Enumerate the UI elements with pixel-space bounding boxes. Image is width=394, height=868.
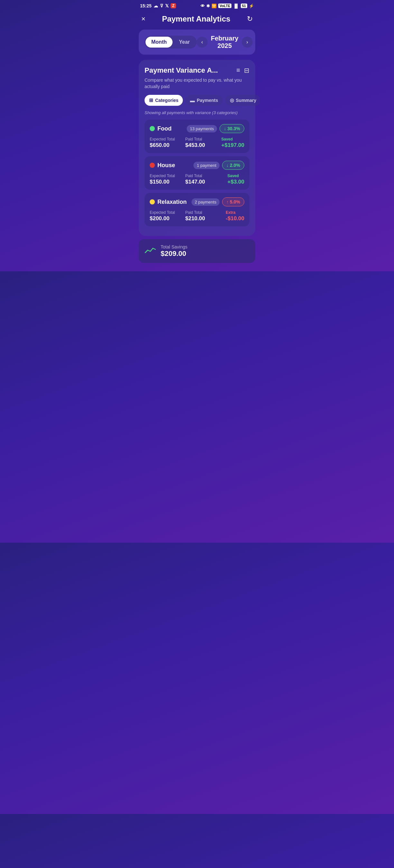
house-paid-label: Paid Total (186, 174, 205, 178)
period-toggle: Month Year (144, 36, 197, 49)
relaxation-amounts: Expected Total $200.00 Paid Total $210.0… (150, 210, 244, 222)
tab-payments[interactable]: ▬ Payments (186, 95, 222, 106)
period-selector-card: Month Year ‹ February2025 › (139, 30, 255, 55)
food-payments-badge: 13 payments (187, 125, 217, 132)
summary-icon: ◎ (230, 97, 234, 103)
food-saved-col: Saved +$197.00 (222, 137, 244, 149)
card-title: Payment Variance A... (144, 66, 218, 74)
period-navigation: ‹ February2025 › (197, 35, 253, 50)
next-period-button[interactable]: › (242, 37, 253, 48)
volte-badge: VoLTE (218, 3, 231, 8)
battery-level: 51 (241, 3, 247, 8)
main-analytics-card: Payment Variance A... ≡ ⊟ Compare what y… (139, 60, 255, 236)
charging-icon: ⚡ (249, 3, 254, 8)
prev-period-button[interactable]: ‹ (197, 37, 207, 48)
month-tab[interactable]: Month (145, 37, 172, 48)
savings-trend-icon (144, 246, 156, 256)
signal-icon: ▐▌ (233, 3, 239, 8)
year-tab[interactable]: Year (173, 37, 196, 48)
house-paid-value: $147.00 (186, 179, 205, 185)
relaxation-name: Relaxation (158, 199, 189, 206)
current-period: February2025 (210, 35, 239, 50)
tab-summary[interactable]: ◎ Summary (225, 95, 260, 106)
eye-icon: 👁 (200, 3, 205, 8)
relaxation-expected-label: Expected Total (150, 210, 175, 215)
food-expected-value: $650.00 (150, 142, 175, 149)
z-app-badge: Z (171, 3, 176, 8)
house-saved-value: +$3.00 (228, 179, 244, 185)
food-saved-label: Saved (222, 137, 244, 142)
relaxation-paid-label: Paid Total (186, 210, 205, 215)
category-top-house: House 1 payment ↓ 2.0% (150, 161, 244, 170)
house-payments-badge: 1 payment (194, 162, 220, 169)
total-savings-card: Total Savings $209.00 (139, 239, 255, 263)
food-paid-label: Paid Total (186, 137, 205, 142)
relaxation-extra-col: Extra -$10.00 (226, 210, 244, 222)
total-savings-value: $209.00 (161, 249, 187, 258)
filter-buttons: ≡ ⊟ (236, 66, 250, 74)
total-savings-label: Total Savings (161, 244, 187, 249)
category-item-food: Food 13 payments ↓ 30.3% Expected Total … (144, 120, 250, 153)
status-left: 15:25 ☁ ⊽ 𝕏 Z (140, 3, 176, 8)
view-tabs: ⊞ Categories ▬ Payments ◎ Summary (144, 95, 250, 106)
categories-icon: ⊞ (149, 97, 153, 103)
card-subtitle: Compare what you expected to pay vs. wha… (144, 77, 250, 90)
house-saved-label: Saved (228, 174, 244, 178)
house-name: House (158, 162, 191, 169)
wifi-icon: 🛜 (212, 3, 217, 8)
house-expected-col: Expected Total $150.00 (150, 174, 175, 185)
relaxation-dot (150, 199, 155, 205)
card-header: Payment Variance A... ≡ ⊟ (144, 66, 250, 74)
relaxation-paid-value: $210.00 (186, 215, 205, 222)
food-variance-badge: ↓ 30.3% (220, 124, 244, 133)
food-name: Food (158, 125, 184, 132)
x-app-icon: 𝕏 (165, 3, 169, 8)
time-display: 15:25 (140, 3, 151, 8)
tab-categories-label: Categories (155, 98, 178, 103)
page-title: Payment Analytics (162, 14, 230, 24)
relaxation-variance-badge: ↑ 5.0% (222, 197, 244, 207)
category-top-relaxation: Relaxation 2 payments ↑ 5.0% (150, 197, 244, 207)
relaxation-expected-col: Expected Total $200.00 (150, 210, 175, 222)
house-amounts: Expected Total $150.00 Paid Total $147.0… (150, 174, 244, 185)
showing-text: Showing all payments with variance (3 ca… (144, 110, 250, 115)
status-bar: 15:25 ☁ ⊽ 𝕏 Z 👁 ✱ 🛜 VoLTE ▐▌ 51 ⚡ (134, 0, 260, 10)
food-amounts: Expected Total $650.00 Paid Total $453.0… (150, 137, 244, 149)
bluetooth-icon: ✱ (206, 3, 210, 8)
food-saved-value: +$197.00 (222, 142, 244, 149)
vpn-icon: ⊽ (160, 3, 163, 8)
relaxation-extra-label: Extra (226, 210, 244, 215)
payments-icon: ▬ (190, 98, 195, 103)
app-header: × Payment Analytics ↻ (134, 10, 260, 30)
relaxation-paid-col: Paid Total $210.00 (186, 210, 205, 222)
house-saved-col: Saved +$3.00 (228, 174, 244, 185)
tab-payments-label: Payments (197, 98, 218, 103)
filter-icon-2[interactable]: ⊟ (244, 66, 250, 74)
house-variance-badge: ↓ 2.0% (222, 161, 244, 170)
category-item-relaxation: Relaxation 2 payments ↑ 5.0% Expected To… (144, 193, 250, 226)
status-right: 👁 ✱ 🛜 VoLTE ▐▌ 51 ⚡ (200, 3, 254, 8)
filter-icon-1[interactable]: ≡ (236, 66, 240, 74)
close-button[interactable]: × (140, 13, 147, 25)
house-expected-label: Expected Total (150, 174, 175, 178)
food-dot (150, 126, 155, 131)
relaxation-expected-value: $200.00 (150, 215, 175, 222)
house-dot (150, 163, 155, 168)
food-expected-col: Expected Total $650.00 (150, 137, 175, 149)
relaxation-extra-value: -$10.00 (226, 215, 244, 222)
refresh-button[interactable]: ↻ (246, 13, 254, 25)
tab-categories[interactable]: ⊞ Categories (144, 95, 183, 106)
cloud-icon: ☁ (153, 3, 158, 8)
food-paid-col: Paid Total $453.00 (186, 137, 205, 149)
category-top-food: Food 13 payments ↓ 30.3% (150, 124, 244, 133)
category-item-house: House 1 payment ↓ 2.0% Expected Total $1… (144, 156, 250, 190)
relaxation-payments-badge: 2 payments (192, 198, 220, 206)
savings-text: Total Savings $209.00 (161, 244, 187, 258)
food-paid-value: $453.00 (186, 142, 205, 149)
house-paid-col: Paid Total $147.00 (186, 174, 205, 185)
tab-summary-label: Summary (236, 98, 257, 103)
food-expected-label: Expected Total (150, 137, 175, 142)
house-expected-value: $150.00 (150, 179, 175, 185)
